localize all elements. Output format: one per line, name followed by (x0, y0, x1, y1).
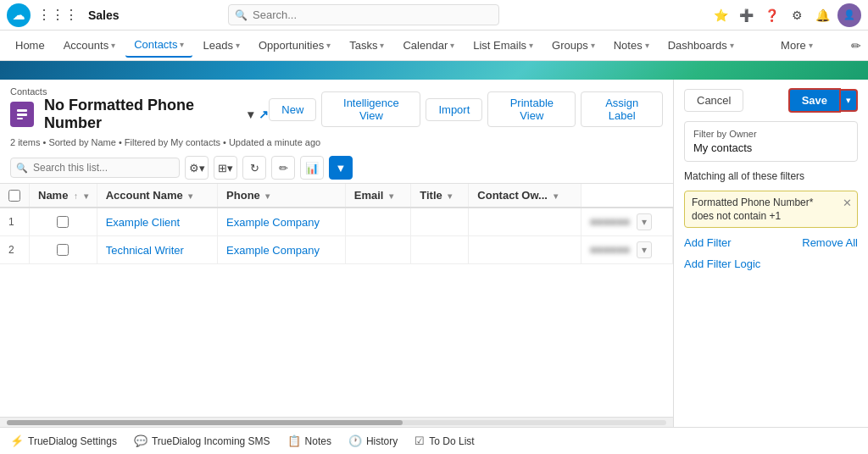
svg-rect-1 (17, 114, 27, 116)
menu-item-list-emails[interactable]: List Emails ▾ (465, 34, 542, 57)
settings-filter-icon[interactable]: ⚙▾ (185, 156, 209, 180)
col-phone[interactable]: Phone ▾ (218, 184, 346, 208)
account-name-link[interactable]: Example Company (226, 244, 320, 257)
save-button-group: Save ▾ (788, 88, 858, 113)
col-email[interactable]: Email ▾ (345, 184, 411, 208)
bottom-label-notes: Notes (305, 435, 331, 447)
col-dropdown-icon[interactable]: ▾ (389, 191, 393, 201)
cell-name: Example Client (97, 208, 217, 236)
edit-nav-icon[interactable]: ✏ (851, 39, 861, 53)
filter-panel: Cancel Save ▾ Filter by Owner My contact… (673, 80, 868, 427)
menu-item-leads[interactable]: Leads ▾ (194, 34, 248, 57)
cancel-button[interactable]: Cancel (684, 89, 743, 112)
edit-filter-icon[interactable]: ✏ (271, 156, 295, 180)
col-name[interactable]: Name ↑ ▾ (30, 184, 97, 208)
contact-name-link[interactable]: Technical Writer (106, 244, 184, 257)
horizontal-scrollbar[interactable] (0, 417, 673, 427)
favorites-icon[interactable]: ⭐ (710, 5, 731, 25)
col-dropdown-icon[interactable]: ▾ (448, 191, 452, 201)
col-title[interactable]: Title ▾ (411, 184, 469, 208)
menu-item-accounts[interactable]: Accounts ▾ (55, 34, 124, 57)
bottom-label-truedialog-sms: TrueDialog Incoming SMS (152, 435, 270, 447)
filter-owner-label: Filter by Owner (693, 129, 849, 139)
salesforce-logo[interactable]: ☁ (7, 3, 31, 27)
assign-label-button[interactable]: Assign Label (581, 91, 663, 127)
bottom-bar: ⚡ TrueDialog Settings 💬 TrueDialog Incom… (0, 427, 868, 454)
settings-icon[interactable]: ⚙ (787, 5, 807, 25)
chart-icon[interactable]: 📊 (300, 156, 324, 180)
chevron-down-icon: ▾ (809, 41, 813, 50)
refresh-icon[interactable]: ↻ (242, 156, 266, 180)
col-dropdown-icon[interactable]: ▾ (188, 191, 192, 201)
cell-phone (345, 208, 411, 236)
new-button[interactable]: New (269, 98, 316, 121)
chevron-down-icon: ▾ (645, 41, 649, 50)
bottom-item-todo[interactable]: ☑ To Do List (415, 435, 474, 447)
add-filter-logic-link[interactable]: Add Filter Logic (684, 257, 858, 270)
printable-view-button[interactable]: Printable View (487, 91, 576, 127)
lightning-icon: ⚡ (10, 435, 24, 447)
cell-title (469, 208, 581, 236)
bottom-item-truedialog-settings[interactable]: ⚡ TrueDialog Settings (10, 435, 117, 447)
active-filter-icon[interactable]: ▼ (329, 156, 353, 180)
contacts-table: Name ↑ ▾ Account Name ▾ Phone ▾ (0, 184, 673, 264)
nav-icon-group: ⭐ ➕ ❓ ⚙ 🔔 👤 (710, 3, 861, 27)
cell-title (469, 236, 581, 264)
save-dropdown-icon[interactable]: ▾ (841, 89, 858, 112)
filter-chip-close-icon[interactable]: ✕ (843, 197, 852, 209)
filter-matching-label: Matching all of these filters (684, 170, 858, 182)
list-title: No Formatted Phone Number ▾ ↗ (10, 97, 269, 132)
col-account-name[interactable]: Account Name ▾ (97, 184, 217, 208)
sort-ascending-icon: ↑ (74, 191, 78, 201)
col-dropdown-icon[interactable]: ▾ (265, 191, 270, 201)
remove-all-link[interactable]: Remove All (802, 236, 858, 249)
row-checkbox[interactable] (57, 216, 69, 228)
chevron-down-icon: ▾ (529, 41, 533, 50)
user-avatar[interactable]: 👤 (837, 3, 861, 27)
cell-email (411, 208, 469, 236)
menu-item-notes[interactable]: Notes ▾ (605, 34, 658, 57)
intelligence-view-button[interactable]: Intelligence View (321, 91, 420, 127)
save-button[interactable]: Save (788, 88, 841, 113)
bottom-label-todo: To Do List (429, 435, 474, 447)
select-all-checkbox-header[interactable] (0, 184, 30, 208)
scroll-thumb (7, 420, 403, 425)
bottom-item-truedialog-sms[interactable]: 💬 TrueDialog Incoming SMS (134, 435, 270, 447)
menu-item-opportunities[interactable]: Opportunities ▾ (250, 34, 339, 57)
main-content-area: Contacts No Formatted Phone Number ▾ ↗ (0, 80, 868, 427)
col-dropdown-icon[interactable]: ▾ (84, 191, 88, 201)
select-all-checkbox[interactable] (8, 190, 20, 202)
filter-link-group: Add Filter Remove All (684, 236, 858, 249)
col-contact-owner[interactable]: Contact Ow... ▾ (469, 184, 581, 208)
menu-item-home[interactable]: Home (7, 34, 53, 57)
table-header-row: Name ↑ ▾ Account Name ▾ Phone ▾ (0, 184, 673, 208)
scroll-track (7, 420, 666, 425)
columns-icon[interactable]: ⊞▾ (214, 156, 237, 180)
col-dropdown-icon[interactable]: ▾ (554, 191, 558, 201)
row-action-dropdown[interactable]: ▾ (637, 213, 652, 230)
help-icon[interactable]: ❓ (761, 5, 782, 25)
filter-panel-header: Cancel Save ▾ (684, 88, 858, 113)
account-name-link[interactable]: Example Company (226, 216, 320, 229)
list-search-input[interactable] (10, 158, 180, 178)
title-dropdown-icon[interactable]: ▾ (248, 108, 253, 121)
bell-icon[interactable]: 🔔 (812, 5, 832, 25)
row-checkbox-cell (30, 208, 97, 236)
menu-item-dashboards[interactable]: Dashboards ▾ (659, 34, 743, 57)
menu-item-calendar[interactable]: Calendar ▾ (394, 34, 463, 57)
row-action-dropdown[interactable]: ▾ (637, 241, 652, 258)
menu-item-more[interactable]: More ▾ (772, 34, 821, 57)
menu-item-groups[interactable]: Groups ▾ (543, 34, 604, 57)
bottom-item-history[interactable]: 🕐 History (348, 435, 398, 447)
import-button[interactable]: Import (426, 98, 482, 121)
contact-name-link[interactable]: Example Client (106, 216, 180, 229)
menu-item-tasks[interactable]: Tasks ▾ (341, 34, 392, 57)
add-icon[interactable]: ➕ (736, 5, 756, 25)
add-filter-link[interactable]: Add Filter (684, 236, 732, 249)
bottom-item-notes[interactable]: 📋 Notes (287, 435, 331, 447)
global-search-input[interactable] (228, 4, 499, 25)
row-checkbox[interactable] (57, 244, 69, 256)
app-grid-icon[interactable]: ⋮⋮⋮ (37, 7, 78, 23)
menu-item-contacts[interactable]: Contacts ▾ (125, 33, 192, 58)
external-link-icon[interactable]: ↗ (259, 108, 269, 121)
